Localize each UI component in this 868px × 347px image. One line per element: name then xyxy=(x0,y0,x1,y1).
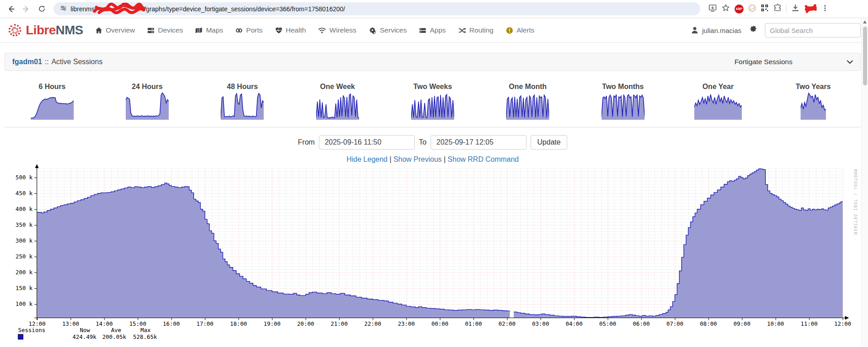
forward-icon[interactable] xyxy=(20,3,33,15)
rows-icon xyxy=(419,27,427,34)
nav-item-routing[interactable]: Routing xyxy=(458,26,493,34)
svg-text:08:00: 08:00 xyxy=(700,320,717,327)
thumbnail-graph xyxy=(31,92,74,120)
user-icon xyxy=(691,26,699,34)
show-rrd-command-link[interactable]: Show RRD Command xyxy=(448,155,519,163)
browser-toolbar: librenms/graphs/type=device_fortigate_se… xyxy=(0,0,868,18)
qr-extension-icon[interactable] xyxy=(761,4,768,14)
bookmark-star-icon[interactable] xyxy=(721,4,730,14)
svg-text:01:00: 01:00 xyxy=(465,320,482,327)
device-name-link[interactable]: fgadm01 xyxy=(12,58,42,66)
svg-text:10:00: 10:00 xyxy=(767,320,784,327)
divider xyxy=(5,127,861,127)
page-title: Active Sessions xyxy=(52,58,103,66)
thumbnail-6-hours[interactable]: 6 Hours xyxy=(5,83,100,120)
nav-item-alerts[interactable]: Alerts xyxy=(506,26,535,34)
thumbnail-label: 48 Hours xyxy=(227,83,258,92)
extension-icon-faded[interactable] xyxy=(748,4,756,14)
svg-text:16:00: 16:00 xyxy=(163,320,180,327)
thumbnail-one-month[interactable]: One Month xyxy=(480,83,575,120)
librenms-logo-icon xyxy=(7,23,23,38)
downloads-icon[interactable] xyxy=(791,4,800,14)
nav-item-wireless[interactable]: Wireless xyxy=(318,26,356,34)
svg-text:Now: Now xyxy=(80,327,90,333)
thumbnail-label: 6 Hours xyxy=(38,83,66,92)
nav-item-apps[interactable]: Apps xyxy=(419,26,446,34)
thumbnail-two-months[interactable]: Two Months xyxy=(575,83,670,120)
thumbnail-label: Two Weeks xyxy=(413,83,452,92)
extensions-puzzle-icon[interactable] xyxy=(773,4,782,14)
nav-item-overview[interactable]: Overview xyxy=(95,26,135,34)
scrollbar-up-arrow[interactable] xyxy=(863,20,867,23)
svg-text:14:00: 14:00 xyxy=(96,320,113,327)
site-info-icon[interactable] xyxy=(60,5,67,14)
page-scrollbar[interactable] xyxy=(861,19,868,347)
thumbnail-48-hours[interactable]: 48 Hours xyxy=(195,83,290,120)
browser-menu-kebab-icon[interactable] xyxy=(821,4,829,14)
nav-menu: OverviewDevicesMapsPortsHealthWirelessSe… xyxy=(95,26,535,34)
adblock-extension-icon[interactable]: ABP xyxy=(735,5,744,14)
svg-text:07:00: 07:00 xyxy=(666,320,683,327)
rrdtool-watermark: RRDTOOL / TOBI OETIKER xyxy=(853,169,858,235)
heart-icon xyxy=(275,27,283,34)
svg-text:21:00: 21:00 xyxy=(331,320,348,327)
hide-legend-link[interactable]: Hide Legend xyxy=(346,155,388,163)
show-previous-link[interactable]: Show Previous xyxy=(394,155,442,163)
svg-text:20:00: 20:00 xyxy=(297,320,314,327)
toolbar-divider xyxy=(786,5,787,13)
map-icon xyxy=(195,27,203,34)
svg-text:300 k: 300 k xyxy=(15,237,33,244)
nav-item-label: Apps xyxy=(430,26,446,34)
install-app-icon[interactable] xyxy=(708,4,717,14)
profile-avatar-scribbled[interactable] xyxy=(804,2,817,16)
thumbnail-two-weeks[interactable]: Two Weeks xyxy=(385,83,480,120)
svg-text:12:00: 12:00 xyxy=(834,320,851,327)
server-icon xyxy=(147,27,155,34)
nav-item-maps[interactable]: Maps xyxy=(195,26,223,34)
nav-item-ports[interactable]: Ports xyxy=(235,26,262,34)
settings-gear-icon[interactable] xyxy=(749,25,758,36)
main-content: fgadm01 :: Active Sessions Fortigate Ses… xyxy=(0,43,868,340)
home-icon xyxy=(95,27,103,34)
from-date-input[interactable] xyxy=(319,135,415,150)
svg-text:450 k: 450 k xyxy=(15,190,33,197)
back-icon[interactable] xyxy=(5,3,17,15)
svg-text:22:00: 22:00 xyxy=(364,320,381,327)
device-header-bar: fgadm01 :: Active Sessions Fortigate Ses… xyxy=(5,53,861,71)
global-search-input[interactable] xyxy=(765,23,861,38)
url-text: librenms/graphs/type=device_fortigate_se… xyxy=(71,2,345,15)
sessions-rrd-graph[interactable]: 12:0013:0014:0015:0016:0017:0018:0019:00… xyxy=(5,159,864,340)
scrollbar-thumb[interactable] xyxy=(863,27,867,85)
svg-text:12:00: 12:00 xyxy=(28,320,46,327)
svg-text:400 k: 400 k xyxy=(15,206,33,212)
thumbnail-one-week[interactable]: One Week xyxy=(290,83,385,120)
thumbnail-graph xyxy=(506,92,549,120)
refresh-icon[interactable] xyxy=(35,3,48,15)
header-separator: :: xyxy=(45,58,49,66)
thumbnail-one-year[interactable]: One Year xyxy=(670,83,765,120)
svg-text:Sessions: Sessions xyxy=(18,327,45,333)
thumbnail-24-hours[interactable]: 24 Hours xyxy=(100,83,194,120)
nav-item-health[interactable]: Health xyxy=(275,26,306,34)
to-date-input[interactable] xyxy=(431,135,526,150)
brand-nms: NMS xyxy=(56,23,83,37)
librenms-navbar: LibreNMS OverviewDevicesMapsPortsHealthW… xyxy=(0,18,868,43)
nav-item-devices[interactable]: Devices xyxy=(147,26,183,34)
svg-text:19:00: 19:00 xyxy=(264,320,281,327)
brand-libre: Libre xyxy=(26,23,56,37)
thumbnail-label: Two Years xyxy=(796,83,831,92)
thumbnail-graph xyxy=(316,92,359,120)
svg-text:13:00: 13:00 xyxy=(62,320,79,327)
date-range-controls: From To Update xyxy=(5,135,861,150)
librenms-logo[interactable]: LibreNMS xyxy=(7,23,83,38)
nav-item-label: Wireless xyxy=(329,26,356,34)
user-menu[interactable]: julian.macias xyxy=(691,26,741,34)
nav-item-label: Maps xyxy=(206,26,223,34)
thumbnail-label: One Week xyxy=(320,83,355,92)
nav-item-services[interactable]: Services xyxy=(369,26,407,34)
update-button[interactable]: Update xyxy=(531,135,568,150)
graph-type-select[interactable]: Fortigate Sessions xyxy=(735,58,853,66)
svg-text:500 k: 500 k xyxy=(15,174,33,181)
thumbnail-two-years[interactable]: Two Years xyxy=(766,83,861,120)
address-bar[interactable]: librenms/graphs/type=device_fortigate_se… xyxy=(53,2,700,15)
